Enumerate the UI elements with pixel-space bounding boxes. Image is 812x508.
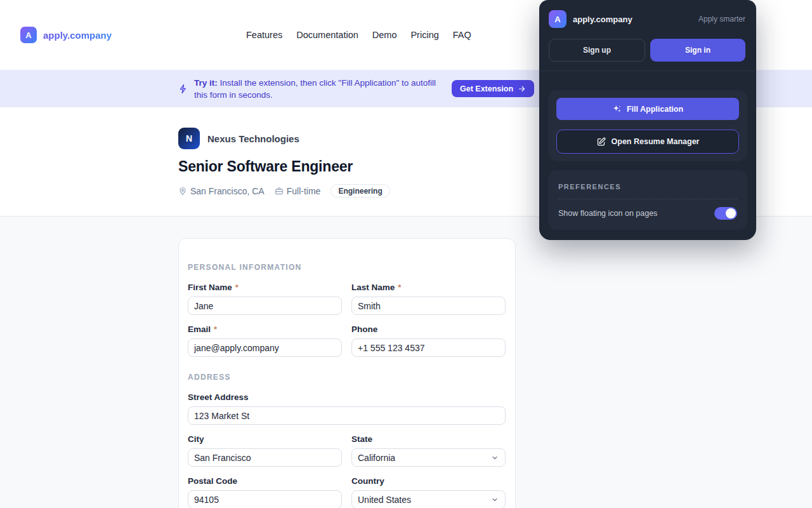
- popup-body: Fill Application Open Resume Manager PRE…: [539, 71, 756, 230]
- popup-brand-name: apply.company: [573, 15, 632, 24]
- department-badge: Engineering: [331, 184, 390, 197]
- extension-popup: A apply.company Apply smarter Sign up Si…: [539, 0, 756, 240]
- popup-actions-card: Fill Application Open Resume Manager: [548, 90, 747, 161]
- application-form-card: PERSONAL INFORMATION First Name* Last Na…: [178, 238, 516, 508]
- first-name-input[interactable]: [188, 297, 342, 315]
- main-area: PERSONAL INFORMATION First Name* Last Na…: [0, 217, 812, 508]
- floating-icon-toggle[interactable]: [714, 207, 737, 220]
- floating-icon-preference-label: Show floating icon on pages: [558, 209, 657, 218]
- city-label: City: [188, 434, 204, 444]
- brand-name: apply.company: [43, 30, 112, 41]
- email-input[interactable]: [188, 338, 342, 357]
- required-asterisk: *: [214, 324, 217, 334]
- preferences-title: PREFERENCES: [558, 183, 737, 190]
- last-name-label: Last Name: [351, 283, 395, 292]
- street-address-input[interactable]: [188, 406, 506, 425]
- section-personal-information: PERSONAL INFORMATION: [188, 263, 506, 272]
- brand[interactable]: A apply.company: [20, 0, 112, 70]
- page: A apply.company Features Documentation D…: [0, 0, 812, 508]
- nav-link-documentation[interactable]: Documentation: [296, 30, 358, 40]
- postal-code-label: Postal Code: [188, 476, 237, 486]
- preferences-divider: [558, 199, 737, 199]
- nav-links: Features Documentation Demo Pricing FAQ: [246, 0, 471, 70]
- company-name: Nexus Technologies: [207, 133, 299, 144]
- job-employment-type: Full-time: [275, 186, 321, 196]
- field-street-address: Street Address: [188, 392, 506, 425]
- sign-in-button[interactable]: Sign in: [650, 39, 745, 62]
- state-label: State: [351, 434, 372, 444]
- lightning-icon: [178, 84, 188, 94]
- email-label: Email: [188, 324, 211, 334]
- arrow-right-icon: [518, 85, 526, 93]
- location-pin-icon: [178, 187, 187, 196]
- popup-header: A apply.company Apply smarter Sign up Si…: [539, 0, 756, 71]
- field-country: Country United States: [351, 476, 506, 508]
- section-address: ADDRESS: [188, 373, 506, 382]
- fill-application-button[interactable]: Fill Application: [556, 98, 739, 120]
- street-address-label: Street Address: [188, 392, 249, 402]
- popup-brand-logo-icon: A: [549, 10, 566, 28]
- field-first-name: First Name*: [188, 283, 342, 315]
- country-label: Country: [351, 476, 384, 486]
- toggle-knob: [726, 208, 736, 218]
- first-name-label: First Name: [188, 283, 232, 292]
- nav-link-faq[interactable]: FAQ: [453, 30, 471, 40]
- sign-up-button[interactable]: Sign up: [549, 39, 645, 62]
- field-last-name: Last Name*: [351, 283, 506, 315]
- edit-square-icon: [596, 137, 606, 147]
- field-state: State California: [351, 434, 506, 467]
- nav-link-demo[interactable]: Demo: [372, 30, 397, 40]
- popup-preferences-card: PREFERENCES Show floating icon on pages: [548, 170, 747, 230]
- banner-text: Try it: Install the extension, then clic…: [194, 77, 443, 101]
- phone-input[interactable]: [351, 338, 506, 357]
- chevron-down-icon: [491, 496, 499, 504]
- state-select[interactable]: California: [351, 448, 506, 467]
- brand-logo-icon: A: [20, 27, 37, 43]
- postal-code-input[interactable]: [188, 490, 342, 508]
- sparkle-icon: [612, 104, 622, 114]
- last-name-input[interactable]: [351, 297, 506, 315]
- company-logo: N: [178, 128, 200, 149]
- phone-label: Phone: [351, 324, 377, 334]
- required-asterisk: *: [235, 283, 239, 292]
- get-extension-button[interactable]: Get Extension: [452, 80, 534, 97]
- nav-link-pricing[interactable]: Pricing: [410, 30, 438, 40]
- chevron-down-icon: [491, 454, 499, 462]
- field-phone: Phone: [351, 324, 506, 357]
- field-postal-code: Postal Code: [188, 476, 342, 508]
- job-location: San Francisco, CA: [178, 186, 265, 196]
- city-input[interactable]: [188, 448, 342, 467]
- country-select[interactable]: United States: [351, 490, 506, 508]
- field-email: Email*: [188, 324, 342, 357]
- nav-link-features[interactable]: Features: [246, 30, 282, 40]
- required-asterisk: *: [398, 283, 401, 292]
- field-city: City: [188, 434, 342, 467]
- job-title: Senior Software Engineer: [178, 158, 353, 175]
- briefcase-icon: [275, 187, 284, 196]
- popup-tagline: Apply smarter: [698, 15, 745, 23]
- open-resume-manager-button[interactable]: Open Resume Manager: [556, 130, 739, 154]
